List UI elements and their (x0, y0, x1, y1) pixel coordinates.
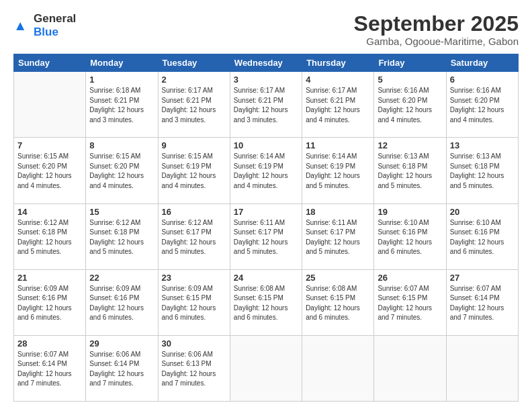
subtitle: Gamba, Ogooue-Maritime, Gabon (354, 36, 519, 47)
day-number: 17 (234, 207, 298, 217)
day-number: 30 (162, 338, 226, 349)
month-title: September 2025 (354, 12, 519, 36)
logo: ▲ General Blue (13, 12, 76, 39)
header-monday: Monday (86, 54, 158, 72)
calendar-week-4: 21Sunrise: 6:09 AM Sunset: 6:16 PM Dayli… (14, 269, 519, 335)
table-row: 1Sunrise: 6:18 AM Sunset: 6:21 PM Daylig… (86, 72, 158, 138)
day-number: 27 (450, 273, 515, 283)
table-row: 12Sunrise: 6:13 AM Sunset: 6:18 PM Dayli… (374, 138, 446, 203)
table-row: 9Sunrise: 6:15 AM Sunset: 6:19 PM Daylig… (158, 138, 230, 203)
day-info: Sunrise: 6:10 AM Sunset: 6:16 PM Dayligh… (450, 218, 515, 257)
header-saturday: Saturday (446, 54, 518, 72)
day-number: 4 (306, 75, 370, 85)
day-info: Sunrise: 6:13 AM Sunset: 6:18 PM Dayligh… (378, 152, 442, 191)
day-info: Sunrise: 6:16 AM Sunset: 6:20 PM Dayligh… (450, 86, 515, 125)
table-row: 22Sunrise: 6:09 AM Sunset: 6:16 PM Dayli… (86, 269, 158, 335)
logo-blue: Blue (34, 26, 76, 39)
day-info: Sunrise: 6:13 AM Sunset: 6:18 PM Dayligh… (450, 152, 515, 191)
table-row: 24Sunrise: 6:08 AM Sunset: 6:15 PM Dayli… (230, 269, 302, 335)
header: ▲ General Blue September 2025 Gamba, Ogo… (13, 12, 519, 47)
day-number: 9 (162, 140, 226, 150)
day-number: 26 (378, 273, 442, 283)
day-number: 20 (450, 207, 515, 217)
day-info: Sunrise: 6:06 AM Sunset: 6:14 PM Dayligh… (89, 350, 154, 389)
day-number: 3 (234, 75, 298, 85)
day-info: Sunrise: 6:15 AM Sunset: 6:20 PM Dayligh… (89, 152, 154, 191)
logo-general: General (34, 12, 76, 26)
day-info: Sunrise: 6:12 AM Sunset: 6:18 PM Dayligh… (17, 218, 82, 257)
day-number: 12 (378, 140, 442, 150)
table-row: 2Sunrise: 6:17 AM Sunset: 6:21 PM Daylig… (158, 72, 230, 138)
day-info: Sunrise: 6:14 AM Sunset: 6:19 PM Dayligh… (234, 152, 298, 191)
header-thursday: Thursday (302, 54, 374, 72)
table-row: 29Sunrise: 6:06 AM Sunset: 6:14 PM Dayli… (86, 335, 158, 401)
table-row: 13Sunrise: 6:13 AM Sunset: 6:18 PM Dayli… (446, 138, 518, 203)
day-number: 29 (89, 338, 154, 349)
table-row: 20Sunrise: 6:10 AM Sunset: 6:16 PM Dayli… (446, 203, 518, 269)
day-number: 6 (450, 75, 515, 85)
day-number: 10 (234, 140, 298, 150)
day-info: Sunrise: 6:18 AM Sunset: 6:21 PM Dayligh… (89, 86, 154, 125)
table-row: 27Sunrise: 6:07 AM Sunset: 6:14 PM Dayli… (446, 269, 518, 335)
day-info: Sunrise: 6:09 AM Sunset: 6:16 PM Dayligh… (89, 284, 154, 323)
header-tuesday: Tuesday (158, 54, 230, 72)
day-number: 1 (89, 75, 154, 85)
day-number: 2 (162, 75, 226, 85)
table-row: 8Sunrise: 6:15 AM Sunset: 6:20 PM Daylig… (86, 138, 158, 203)
calendar-body: 1Sunrise: 6:18 AM Sunset: 6:21 PM Daylig… (14, 72, 519, 402)
day-number: 21 (17, 273, 82, 283)
day-number: 22 (89, 273, 154, 283)
header-friday: Friday (374, 54, 446, 72)
day-info: Sunrise: 6:07 AM Sunset: 6:14 PM Dayligh… (450, 284, 515, 323)
table-row (302, 335, 374, 401)
day-number: 5 (378, 75, 442, 85)
calendar-table: Sunday Monday Tuesday Wednesday Thursday… (13, 54, 519, 402)
table-row: 5Sunrise: 6:16 AM Sunset: 6:20 PM Daylig… (374, 72, 446, 138)
svg-text:▲: ▲ (13, 17, 27, 33)
table-row: 23Sunrise: 6:09 AM Sunset: 6:15 PM Dayli… (158, 269, 230, 335)
header-sunday: Sunday (14, 54, 86, 72)
table-row (230, 335, 302, 401)
day-info: Sunrise: 6:08 AM Sunset: 6:15 PM Dayligh… (234, 284, 298, 323)
day-info: Sunrise: 6:09 AM Sunset: 6:16 PM Dayligh… (17, 284, 82, 323)
page: ▲ General Blue September 2025 Gamba, Ogo… (0, 0, 532, 411)
day-info: Sunrise: 6:12 AM Sunset: 6:18 PM Dayligh… (89, 218, 154, 257)
calendar-header-row: Sunday Monday Tuesday Wednesday Thursday… (14, 54, 519, 72)
table-row: 11Sunrise: 6:14 AM Sunset: 6:19 PM Dayli… (302, 138, 374, 203)
day-number: 28 (17, 338, 82, 349)
day-info: Sunrise: 6:11 AM Sunset: 6:17 PM Dayligh… (234, 218, 298, 257)
day-number: 16 (162, 207, 226, 217)
day-info: Sunrise: 6:15 AM Sunset: 6:20 PM Dayligh… (17, 152, 82, 191)
day-number: 25 (306, 273, 370, 283)
day-info: Sunrise: 6:12 AM Sunset: 6:17 PM Dayligh… (162, 218, 226, 257)
table-row: 16Sunrise: 6:12 AM Sunset: 6:17 PM Dayli… (158, 203, 230, 269)
table-row: 3Sunrise: 6:17 AM Sunset: 6:21 PM Daylig… (230, 72, 302, 138)
table-row: 17Sunrise: 6:11 AM Sunset: 6:17 PM Dayli… (230, 203, 302, 269)
table-row (446, 335, 518, 401)
table-row: 7Sunrise: 6:15 AM Sunset: 6:20 PM Daylig… (14, 138, 86, 203)
table-row: 26Sunrise: 6:07 AM Sunset: 6:15 PM Dayli… (374, 269, 446, 335)
table-row: 15Sunrise: 6:12 AM Sunset: 6:18 PM Dayli… (86, 203, 158, 269)
table-row: 14Sunrise: 6:12 AM Sunset: 6:18 PM Dayli… (14, 203, 86, 269)
day-info: Sunrise: 6:15 AM Sunset: 6:19 PM Dayligh… (162, 152, 226, 191)
title-block: September 2025 Gamba, Ogooue-Maritime, G… (354, 12, 519, 47)
day-info: Sunrise: 6:17 AM Sunset: 6:21 PM Dayligh… (234, 86, 298, 125)
table-row: 10Sunrise: 6:14 AM Sunset: 6:19 PM Dayli… (230, 138, 302, 203)
day-info: Sunrise: 6:09 AM Sunset: 6:15 PM Dayligh… (162, 284, 226, 323)
day-number: 24 (234, 273, 298, 283)
table-row: 6Sunrise: 6:16 AM Sunset: 6:20 PM Daylig… (446, 72, 518, 138)
day-number: 18 (306, 207, 370, 217)
logo-icon: ▲ (13, 16, 32, 35)
day-number: 15 (89, 207, 154, 217)
day-info: Sunrise: 6:11 AM Sunset: 6:17 PM Dayligh… (306, 218, 370, 257)
day-number: 19 (378, 207, 442, 217)
calendar-week-5: 28Sunrise: 6:07 AM Sunset: 6:14 PM Dayli… (14, 335, 519, 401)
table-row: 4Sunrise: 6:17 AM Sunset: 6:21 PM Daylig… (302, 72, 374, 138)
day-info: Sunrise: 6:10 AM Sunset: 6:16 PM Dayligh… (378, 218, 442, 257)
day-number: 8 (89, 140, 154, 150)
table-row: 30Sunrise: 6:06 AM Sunset: 6:13 PM Dayli… (158, 335, 230, 401)
day-number: 14 (17, 207, 82, 217)
day-number: 7 (17, 140, 82, 150)
calendar-week-3: 14Sunrise: 6:12 AM Sunset: 6:18 PM Dayli… (14, 203, 519, 269)
table-row: 28Sunrise: 6:07 AM Sunset: 6:14 PM Dayli… (14, 335, 86, 401)
